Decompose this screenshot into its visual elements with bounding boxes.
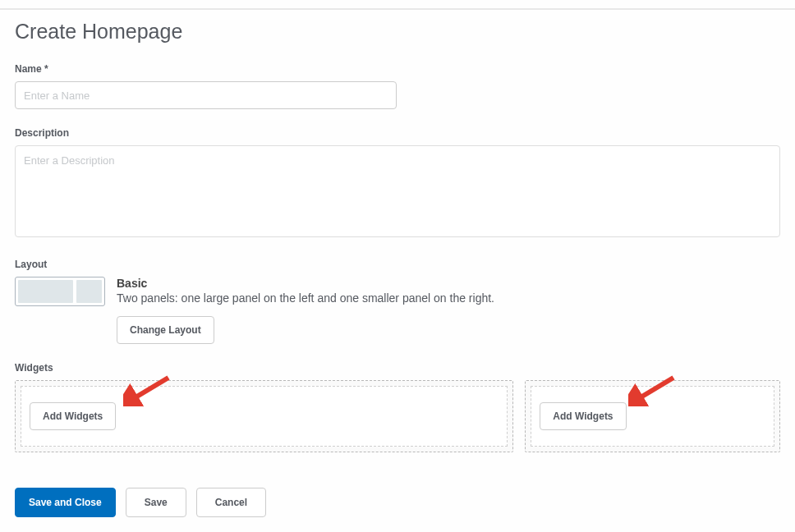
svg-line-1 — [131, 378, 168, 400]
change-layout-button[interactable]: Change Layout — [117, 316, 214, 344]
add-widgets-left-button[interactable]: Add Widgets — [30, 402, 116, 430]
name-field-group: Name * — [15, 63, 780, 109]
layout-name: Basic — [117, 277, 780, 290]
widget-zone-left: Add Widgets — [15, 380, 513, 452]
layout-section-label: Layout — [15, 259, 780, 270]
layout-preview-panel-small — [76, 280, 102, 303]
cancel-button[interactable]: Cancel — [196, 488, 266, 517]
footer-actions: Save and Close Save Cancel — [15, 488, 266, 517]
description-input[interactable] — [15, 145, 780, 237]
widgets-section: Widgets Add Widgets Add Widgets — [15, 362, 780, 452]
layout-section: Layout Basic Two panels: one large panel… — [15, 259, 780, 344]
widget-zone-right: Add Widgets — [525, 380, 780, 452]
top-divider — [0, 8, 795, 10]
layout-preview-thumbnail[interactable] — [15, 277, 105, 306]
annotation-arrow-icon — [123, 375, 172, 406]
description-label: Description — [15, 127, 780, 139]
page-title: Create Homepage — [15, 20, 780, 44]
description-field-group: Description — [15, 127, 780, 241]
layout-description: Two panels: one large panel on the left … — [117, 291, 780, 305]
save-and-close-button[interactable]: Save and Close — [15, 488, 116, 517]
name-label: Name * — [15, 63, 780, 75]
add-widgets-right-button[interactable]: Add Widgets — [540, 402, 626, 430]
annotation-arrow-icon — [628, 375, 678, 406]
widgets-section-label: Widgets — [15, 362, 780, 374]
save-button[interactable]: Save — [126, 488, 186, 517]
layout-preview-panel-large — [18, 280, 73, 303]
widget-drop-area-right[interactable]: Add Widgets — [531, 386, 774, 447]
widget-drop-area-left[interactable]: Add Widgets — [21, 386, 508, 447]
layout-info: Basic Two panels: one large panel on the… — [117, 277, 780, 344]
svg-line-3 — [636, 378, 673, 400]
name-input[interactable] — [15, 81, 397, 109]
